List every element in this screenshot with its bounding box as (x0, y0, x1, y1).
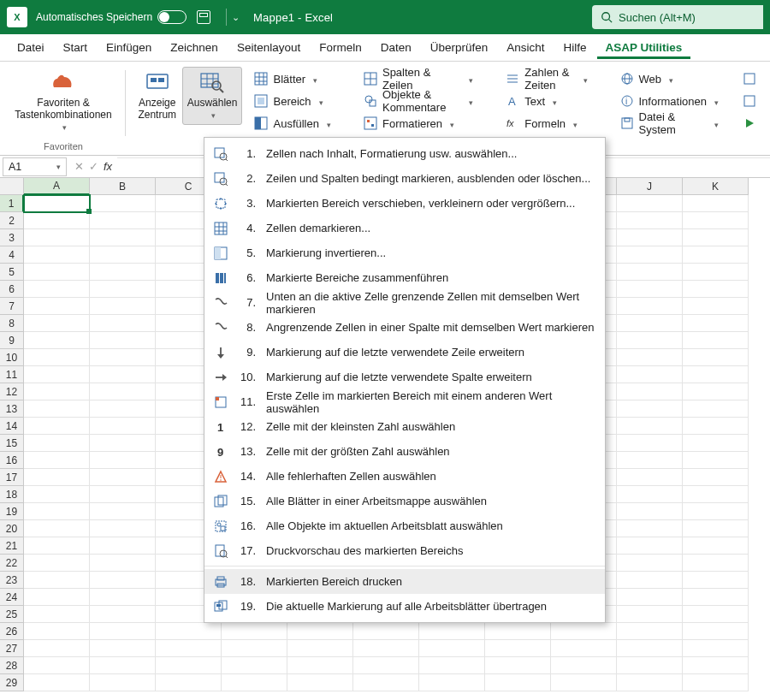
cell[interactable] (24, 435, 90, 452)
cell[interactable] (485, 674, 551, 691)
cell[interactable] (617, 537, 683, 555)
row-header[interactable]: 22 (0, 555, 24, 572)
cell[interactable] (156, 640, 222, 657)
menu-item-15[interactable]: 15.Alle Blätter in einer Arbeitsmappe au… (204, 489, 605, 513)
cell[interactable] (90, 674, 156, 691)
cell[interactable] (222, 657, 287, 674)
cell[interactable] (683, 486, 749, 503)
cell[interactable] (90, 435, 156, 452)
menu-item-2[interactable]: 2.Zeilen und Spalten bedingt markieren, … (204, 166, 605, 191)
spalten-zeilen-button[interactable]: Spalten & Zeilen (358, 68, 478, 89)
menu-item-13[interactable]: 913.Zelle mit der größten Zahl auswählen (204, 439, 605, 464)
row-header[interactable]: 18 (0, 486, 24, 503)
cell[interactable] (90, 520, 156, 537)
cell[interactable] (485, 623, 551, 640)
cell[interactable] (485, 657, 551, 674)
row-header[interactable]: 2 (0, 212, 24, 229)
row-header[interactable]: 11 (0, 366, 24, 383)
cell[interactable] (683, 315, 749, 332)
cell[interactable] (24, 503, 90, 520)
menu-item-3[interactable]: 3.Markierten Bereich verschieben, verkle… (204, 191, 605, 216)
menu-item-19[interactable]: 19.Die aktuelle Markierung auf alle Arbe… (204, 594, 605, 619)
autosave-toggle[interactable]: Automatisches Speichern (36, 10, 187, 24)
cell[interactable] (419, 640, 485, 657)
cell[interactable] (24, 674, 90, 691)
tab-datei[interactable]: Datei (9, 36, 53, 59)
tab-hilfe[interactable]: Hilfe (555, 36, 595, 59)
menu-item-12[interactable]: 112.Zelle mit der kleinsten Zahl auswähl… (204, 414, 605, 439)
cell[interactable] (683, 349, 749, 366)
cell[interactable] (24, 486, 90, 503)
toggle-switch-icon[interactable] (157, 10, 187, 24)
cell[interactable] (683, 503, 749, 520)
cell[interactable] (419, 623, 485, 640)
auswaehlen-button[interactable]: Auswählen (182, 67, 243, 125)
row-header[interactable]: 12 (0, 383, 24, 400)
cell[interactable] (617, 657, 683, 674)
menu-item-9[interactable]: 9.Markierung auf die letzte verwendete Z… (204, 340, 605, 365)
cell[interactable] (24, 332, 90, 349)
cell[interactable] (24, 469, 90, 486)
cell[interactable] (90, 503, 156, 520)
menu-item-14[interactable]: 14.Alle fehlerhaften Zellen auswählen (204, 464, 605, 489)
cell[interactable] (90, 349, 156, 366)
row-header[interactable]: 20 (0, 520, 24, 537)
menu-item-10[interactable]: 10.Markierung auf die letzte verwendete … (204, 365, 605, 389)
cell[interactable] (287, 674, 353, 691)
cell[interactable] (24, 195, 90, 212)
row-header[interactable]: 4 (0, 246, 24, 264)
tab-einfuegen[interactable]: Einfügen (98, 36, 160, 59)
cell[interactable] (90, 366, 156, 383)
menu-item-11[interactable]: 11.Erste Zelle im markierten Bereich mit… (204, 389, 605, 414)
menu-item-18[interactable]: 18.Markierten Bereich drucken (204, 569, 605, 594)
tab-zeichnen[interactable]: Zeichnen (162, 36, 227, 59)
row-header[interactable]: 3 (0, 229, 24, 246)
row-header[interactable]: 24 (0, 589, 24, 606)
row-header[interactable]: 5 (0, 264, 24, 281)
row-header[interactable]: 8 (0, 315, 24, 332)
cell[interactable] (683, 589, 749, 606)
cell[interactable] (683, 623, 749, 640)
col-header[interactable]: A (24, 178, 90, 195)
cell[interactable] (683, 555, 749, 572)
cell[interactable] (90, 315, 156, 332)
row-header[interactable]: 16 (0, 452, 24, 469)
cell[interactable] (617, 589, 683, 606)
cell[interactable] (90, 589, 156, 606)
blaetter-button[interactable]: Blätter (249, 68, 335, 89)
row-header[interactable]: 29 (0, 674, 24, 691)
cell[interactable] (90, 640, 156, 657)
cell[interactable] (683, 281, 749, 298)
menu-item-1[interactable]: 1.Zellen nach Inhalt, Formatierung usw. … (204, 141, 605, 166)
cell[interactable] (24, 246, 90, 264)
cancel-icon[interactable]: ✕ (74, 160, 84, 173)
cell[interactable] (683, 383, 749, 400)
cell[interactable] (683, 520, 749, 537)
cell[interactable] (222, 674, 287, 691)
cell[interactable] (419, 657, 485, 674)
cell[interactable] (24, 383, 90, 400)
cell[interactable] (90, 400, 156, 418)
save-icon[interactable] (197, 10, 210, 24)
cell[interactable] (617, 606, 683, 623)
cell[interactable] (24, 537, 90, 555)
cell[interactable] (90, 469, 156, 486)
zahlen-zeiten-button[interactable]: Zahlen & Zeiten (500, 68, 592, 89)
cell[interactable] (24, 555, 90, 572)
cell[interactable] (353, 657, 419, 674)
cell[interactable] (683, 195, 749, 212)
cell[interactable] (287, 640, 353, 657)
cell[interactable] (24, 349, 90, 366)
cell[interactable] (24, 212, 90, 229)
tab-formeln[interactable]: Formeln (311, 36, 370, 59)
row-header[interactable]: 10 (0, 349, 24, 366)
cell[interactable] (287, 657, 353, 674)
tab-asap-utilities[interactable]: ASAP Utilities (597, 36, 691, 59)
cell[interactable] (617, 503, 683, 520)
cell[interactable] (617, 195, 683, 212)
cell[interactable] (90, 332, 156, 349)
tab-daten[interactable]: Daten (372, 36, 420, 59)
cell[interactable] (90, 298, 156, 315)
edge-btn-2[interactable] (737, 91, 761, 111)
row-header[interactable]: 23 (0, 572, 24, 589)
